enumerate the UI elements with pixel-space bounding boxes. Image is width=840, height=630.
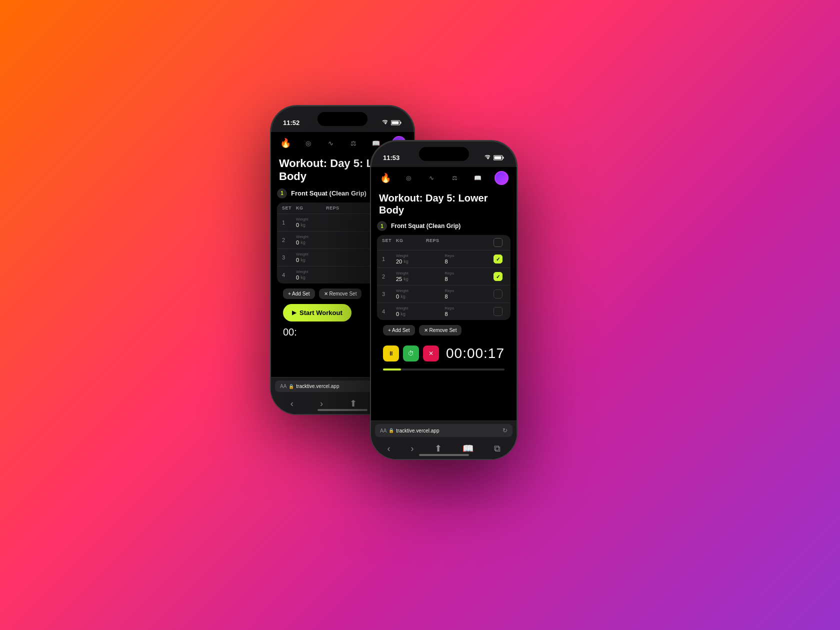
table-row: 1 Weight 20kg Reps 8 ✓ <box>377 250 510 268</box>
browser-bar-front: AA 🔒 tracktive.vercel.app ↻ ‹ › ⬆ 📖 ⧉ <box>371 420 516 459</box>
progress-bar-fill <box>383 368 401 370</box>
set-checkbox-3[interactable] <box>494 290 502 298</box>
start-workout-button-back[interactable]: ▶ Start Workout <box>283 304 352 322</box>
workout-title-front: Workout: Day 5: Lower Body <box>371 189 516 221</box>
avatar-front[interactable] <box>494 171 508 185</box>
reload-icon-front[interactable]: ↻ <box>502 427 508 434</box>
scale-icon-back[interactable]: ⚖ <box>347 136 360 150</box>
exercise-num-back: 1 <box>277 188 287 198</box>
set-checkbox-2[interactable]: ✓ <box>494 272 502 281</box>
time-front: 11:53 <box>383 154 400 162</box>
th-set-back: SET <box>282 206 296 210</box>
exercise-header-front: 1 Front Squat (Clean Grip) <box>377 221 510 231</box>
status-icons-back <box>382 120 402 126</box>
battery-icon-back <box>391 120 402 126</box>
wifi-icon-back <box>382 120 389 125</box>
progress-bar-container <box>383 368 504 370</box>
stop-button-front[interactable]: ✕ <box>423 346 439 362</box>
flame-icon-front[interactable]: 🔥 <box>379 172 392 184</box>
sets-table-front: SET KG REPS 1 Weight 20kg Reps <box>377 235 510 320</box>
remove-set-button-back[interactable]: ✕ Remove Set <box>319 288 362 299</box>
forward-icon-front[interactable]: › <box>411 444 414 454</box>
flame-icon-back[interactable]: 🔥 <box>279 136 292 150</box>
pause-icon: ⏸ <box>388 350 394 357</box>
svg-rect-1 <box>400 122 402 124</box>
th-set-front: SET <box>382 238 396 247</box>
url-bar-front[interactable]: AA 🔒 tracktive.vercel.app ↻ <box>375 424 512 437</box>
timer-controls-front: ⏸ ⏱ ✕ 00:00:17 <box>377 340 510 366</box>
stop-icon: ✕ <box>428 350 434 357</box>
pulse-icon-front[interactable]: ∿ <box>425 172 438 184</box>
scale-icon-front[interactable]: ⚖ <box>448 172 462 184</box>
back-icon-front[interactable]: ‹ <box>388 444 390 454</box>
url-text-front: tracktive.vercel.app <box>396 428 439 434</box>
nav-bar-front: 🔥 ◎ ∿ ⚖ 📖 <box>371 167 516 189</box>
lap-icon: ⏱ <box>408 350 414 357</box>
table-row: 4 Weight 0kg Reps 8 <box>377 303 510 320</box>
add-set-button-back[interactable]: + Add Set <box>283 288 315 299</box>
pulse-icon-back[interactable]: ∿ <box>324 136 337 150</box>
set-checkbox-4[interactable] <box>494 307 502 316</box>
th-kg-front: KG <box>396 238 426 247</box>
svg-rect-4 <box>503 156 504 158</box>
activity-icon-back[interactable]: ◎ <box>302 136 314 150</box>
lap-button-front[interactable]: ⏱ <box>403 346 419 362</box>
time-back: 11:52 <box>283 119 300 126</box>
start-workout-label-back: Start Workout <box>300 309 342 316</box>
share-icon-front[interactable]: ⬆ <box>434 443 442 454</box>
lock-icon-front: 🔒 <box>388 428 394 433</box>
th-kg-back: KG <box>296 206 326 210</box>
set-checkbox-1[interactable]: ✓ <box>494 254 502 264</box>
lock-icon-back: 🔒 <box>288 384 294 389</box>
table-header-front: SET KG REPS <box>377 235 510 250</box>
url-aa-back: AA <box>280 384 286 389</box>
svg-rect-5 <box>494 156 502 159</box>
status-icons-front <box>484 155 504 160</box>
pause-button-front[interactable]: ⏸ <box>383 346 399 362</box>
tabs-icon-front[interactable]: ⧉ <box>494 444 500 454</box>
screen-front: 🔥 ◎ ∿ ⚖ 📖 Workout: Day 5: Lower Body 1 F… <box>371 167 516 459</box>
action-row-front: + Add Set ✕ Remove Set <box>377 320 510 340</box>
wifi-icon-front <box>484 155 492 160</box>
exercise-name-back: Front Squat (Clean Grip) <box>291 190 366 197</box>
bottom-nav-front: ‹ › ⬆ 📖 ⧉ <box>371 440 516 459</box>
exercise-num-front: 1 <box>377 221 387 231</box>
table-row: 2 Weight 25kg Reps 8 ✓ <box>377 268 510 286</box>
exercise-block-front: 1 Front Squat (Clean Grip) SET KG REPS 1 <box>371 221 516 370</box>
dynamic-island-back <box>318 112 368 126</box>
battery-icon-front <box>494 155 504 160</box>
activity-icon-front[interactable]: ◎ <box>402 172 415 184</box>
add-set-button-front[interactable]: + Add Set <box>383 325 415 336</box>
home-indicator-back <box>318 409 368 411</box>
header-checkbox <box>494 238 502 247</box>
home-indicator-front <box>419 454 469 456</box>
dynamic-island-front <box>419 147 469 161</box>
bookmarks-icon-front[interactable]: 📖 <box>462 443 474 454</box>
book-icon-front[interactable]: 📖 <box>472 172 484 184</box>
share-icon-back[interactable]: ⬆ <box>350 398 357 409</box>
back-nav-icon[interactable]: ‹ <box>290 398 294 409</box>
table-row: 3 Weight 0kg Reps 8 <box>377 286 510 303</box>
remove-set-button-front[interactable]: ✕ Remove Set <box>419 325 462 336</box>
url-text-back: tracktive.vercel.app <box>296 384 339 389</box>
th-reps-front: REPS <box>426 238 494 247</box>
phone-front: 11:53 🔥 ◎ ∿ ⚖ 📖 <box>370 140 518 460</box>
forward-nav-icon[interactable]: › <box>320 398 323 409</box>
url-aa-front: AA <box>380 428 386 434</box>
timer-display-front: 00:00:17 <box>446 346 504 362</box>
exercise-name-front: Front Squat (Clean Grip) <box>391 222 460 230</box>
svg-rect-2 <box>392 121 399 124</box>
